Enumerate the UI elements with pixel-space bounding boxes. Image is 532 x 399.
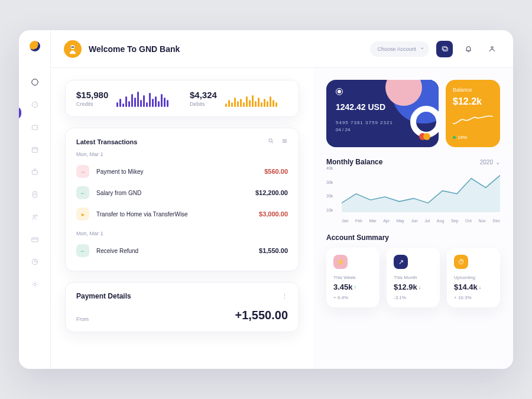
nav-settings[interactable]: [25, 275, 44, 294]
transactions-title: Latest Transactions: [76, 138, 137, 145]
content: Welcome To GND Bank Choose Account $15,9…: [51, 30, 513, 369]
svg-point-15: [491, 47, 492, 48]
svg-rect-4: [32, 171, 37, 174]
left-panel: $15,980 Credits $4,324 Debits: [51, 68, 313, 369]
summary-icon: ⏱: [454, 255, 468, 269]
search-icon[interactable]: [268, 138, 274, 145]
avatar[interactable]: [64, 40, 82, 58]
more-icon[interactable]: ⋮: [281, 293, 288, 300]
transaction-title: Receive Refund: [96, 248, 138, 254]
monthly-balance-header: Monthly Balance 2020 ⌄: [326, 158, 500, 166]
payment-from-label: From: [76, 316, 89, 322]
mastercard-icon: [419, 133, 430, 140]
stat-credits: $15,980 Credits: [76, 90, 174, 107]
right-panel: 1242.42 USD 5495 7381 3759 2321 04 / 24 …: [313, 68, 513, 369]
svg-point-16: [269, 139, 273, 142]
summary-card[interactable]: ⏱Upcoming$14.4k↓+ 10.3%: [447, 248, 500, 307]
summary-label: This Week: [333, 275, 372, 280]
stat-debits: $4,324 Debits: [190, 90, 288, 107]
year-select[interactable]: 2020 ⌄: [480, 159, 500, 166]
summary-card[interactable]: ⚡This Week3.45k↑+ 6.4%: [326, 248, 379, 307]
transaction-amount: $1,550.00: [259, 247, 288, 254]
svg-rect-13: [442, 47, 447, 50]
svg-point-10: [34, 283, 36, 286]
summary-card[interactable]: ↗This Month$12.9k↓-3.1%: [387, 248, 440, 307]
svg-point-6: [33, 215, 35, 218]
transaction-icon: ←: [76, 244, 89, 257]
svg-point-0: [31, 79, 38, 86]
page-title: Welcome To GND Bank: [89, 44, 180, 54]
transaction-row[interactable]: ←Salary from GND$12,200.00: [76, 182, 288, 203]
balance-value: $12.2k: [453, 96, 493, 107]
svg-rect-14: [443, 47, 447, 51]
nav-speed[interactable]: [25, 95, 44, 114]
monthly-balance-title: Monthly Balance: [326, 158, 382, 166]
summary-label: Upcoming: [454, 275, 493, 280]
summary-label: This Month: [394, 275, 433, 280]
summary-value: $14.4k↓: [454, 283, 493, 291]
transaction-row[interactable]: →Payment to Mikey$560.00: [76, 161, 288, 182]
transaction-row[interactable]: ←Receive Refund$1,550.00: [76, 240, 288, 261]
nav-receipt[interactable]: [25, 185, 44, 204]
monthly-balance-chart: 40k30k20k10k JanFebMarAprMayJunJulAugSep…: [326, 166, 500, 223]
balance-sparkline: [453, 113, 493, 127]
account-select[interactable]: Choose Account: [370, 41, 429, 57]
credits-label: Credits: [76, 101, 108, 107]
balance-delta: 19%: [453, 135, 493, 140]
summary-delta: -3.1%: [394, 295, 433, 300]
summary-delta: + 6.4%: [333, 295, 372, 300]
app-window: Welcome To GND Bank Choose Account $15,9…: [19, 30, 513, 369]
sidebar: [19, 30, 51, 369]
payment-amount: +1,550.00: [235, 309, 288, 322]
nav-briefcase[interactable]: [25, 163, 44, 181]
debits-value: $4,324: [190, 90, 217, 100]
filter-icon[interactable]: [281, 138, 288, 145]
chevron-down-icon: ⌄: [495, 159, 500, 166]
transaction-amount: $560.00: [264, 168, 288, 175]
brand-logo: [30, 41, 40, 51]
transaction-amount: $12,200.00: [255, 189, 288, 196]
transaction-title: Payment to Mikey: [96, 168, 143, 175]
svg-rect-5: [33, 192, 37, 197]
summary-delta: + 10.3%: [454, 295, 493, 300]
credits-value: $15,980: [76, 90, 108, 100]
credits-sparkline: [116, 90, 168, 107]
transaction-icon: ▸: [76, 207, 89, 220]
tx-group-date: Mon, Mar 1: [76, 151, 288, 157]
transaction-title: Salary from GND: [96, 190, 141, 196]
transaction-row[interactable]: ▸Transfer to Home via TransferWise$3,000…: [76, 203, 288, 225]
svg-point-7: [35, 215, 37, 216]
transaction-icon: →: [76, 165, 89, 178]
panels: $15,980 Credits $4,324 Debits: [51, 68, 513, 369]
nav-wallet[interactable]: [25, 118, 44, 137]
payment-details-card: Payment Details ⋮ From +1,550.00: [65, 282, 299, 332]
transaction-amount: $3,000.00: [259, 210, 288, 218]
summary-icon: ↗: [394, 255, 408, 269]
nav-users[interactable]: [25, 207, 44, 226]
nav-dashboard[interactable]: [25, 73, 44, 92]
nav-calendar[interactable]: [25, 140, 44, 159]
card-chip-icon: [336, 88, 343, 95]
account-summary-title: Account Summary: [326, 233, 500, 242]
tx-group-date: Mon, Mar 1: [76, 231, 288, 236]
topbar: Welcome To GND Bank Choose Account: [51, 30, 513, 68]
transaction-title: Transfer to Home via TransferWise: [96, 211, 188, 218]
debits-label: Debits: [190, 101, 217, 107]
credit-card[interactable]: 1242.42 USD 5495 7381 3759 2321 04 / 24: [326, 80, 439, 147]
nav-active-indicator: [19, 107, 21, 119]
debits-sparkline: [225, 90, 277, 107]
summary-value: $12.9k↓: [394, 283, 433, 291]
svg-rect-3: [32, 148, 37, 153]
transactions-card: Latest Transactions Mon, Mar 1→Payment t…: [65, 128, 299, 271]
balance-card[interactable]: Balance $12.2k 19%: [446, 80, 500, 147]
svg-rect-12: [72, 46, 74, 47]
stats-card: $15,980 Credits $4,324 Debits: [65, 80, 299, 117]
profile-button[interactable]: [484, 41, 500, 57]
transaction-icon: ←: [76, 186, 89, 199]
payment-title: Payment Details: [76, 292, 131, 300]
notifications-button[interactable]: [460, 41, 476, 57]
messages-button[interactable]: [436, 41, 453, 57]
svg-rect-8: [31, 238, 38, 242]
nav-chart[interactable]: [25, 252, 44, 271]
nav-card[interactable]: [25, 230, 44, 249]
